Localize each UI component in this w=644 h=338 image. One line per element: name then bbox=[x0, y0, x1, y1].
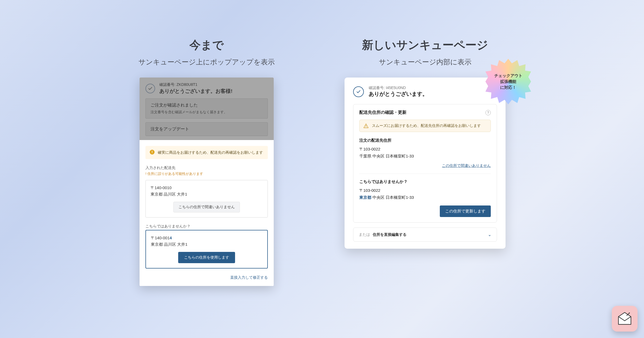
legacy-card-dimmed-area: 確認番号: ZKD80U8T1 ありがとうございます。お客様! ご注文が確認され… bbox=[140, 78, 274, 140]
badge-line-3: に対応！ bbox=[494, 84, 522, 90]
checkmark-icon bbox=[145, 84, 155, 93]
entered-address-warning: ! 住所に誤りがある可能性があります bbox=[145, 171, 268, 176]
checkout-extension-badge: チェックアウト 拡張機能 に対応！ bbox=[485, 59, 531, 104]
confirm-entered-address-button[interactable]: こちらの住所で間違いありません bbox=[173, 202, 240, 212]
thank-you-heading: ありがとうございます。お客様! bbox=[159, 88, 232, 95]
postal-diff-highlight: 4 bbox=[170, 236, 172, 240]
expander-lead: または bbox=[359, 232, 370, 237]
warning-icon: ! bbox=[150, 150, 155, 155]
update-to-this-address-button[interactable]: この住所で更新します bbox=[440, 205, 491, 217]
entered-address-label: 入力された配送先 bbox=[145, 166, 268, 170]
suggested-address: 東京都 中央区 日本橋室町1-33 bbox=[359, 194, 491, 201]
right-column-subtitle: サンキューページ内部に表示 bbox=[379, 57, 471, 67]
suggested-section-title: こちらではありませんか？ bbox=[359, 179, 491, 184]
right-column-title: 新しいサンキューページ bbox=[362, 38, 488, 53]
warning-triangle-icon bbox=[363, 123, 369, 128]
entered-postal: 〒140-0010 bbox=[151, 185, 263, 191]
confirmation-number: 確認番号: I45E5U0ND bbox=[369, 86, 428, 90]
warning-text: スムーズにお届けするため、配送先住所の再確認をお願いします bbox=[372, 123, 481, 128]
order-confirmed-sub: 注文番号を含む確認メールがまもなく届きます。 bbox=[151, 110, 263, 115]
panel-title: 配送先住所の確認・更新 bbox=[359, 110, 407, 115]
warning-banner: スムーズにお届けするため、配送先住所の再確認をお願いします bbox=[359, 120, 491, 132]
expander-label: 住所を直接編集する bbox=[373, 232, 407, 237]
new-thankyou-card: 確認番号: I45E5U0ND ありがとうございます。 配送先住所の確認・更新 … bbox=[345, 78, 506, 249]
thank-you-heading: ありがとうございます。 bbox=[369, 90, 428, 98]
app-logo bbox=[612, 306, 638, 332]
prefecture-diff-highlight: 東京都 bbox=[359, 195, 371, 200]
chevron-down-icon: ⌄ bbox=[488, 232, 491, 237]
confirmation-number: 確認番号: ZKD80U8T1 bbox=[159, 82, 232, 87]
order-postal: 〒103-0022 bbox=[359, 146, 491, 153]
left-column-subtitle: サンキューページ上にポップアップを表示 bbox=[138, 57, 275, 67]
use-suggested-address-button[interactable]: こちらの住所を使用します bbox=[178, 252, 235, 263]
suggested-postal: 〒103-0022 bbox=[359, 187, 491, 194]
order-update-title: 注文をアップデート bbox=[151, 126, 263, 132]
manual-edit-link[interactable]: 直接入力して修正する bbox=[230, 275, 268, 280]
divider bbox=[359, 174, 491, 174]
entered-address: 東京都 品川区 大井1 bbox=[151, 191, 263, 197]
order-address: 千葉県 中央区 日本橋室町1-33 bbox=[359, 153, 491, 160]
suggested-postal: 〒140-0014 bbox=[151, 235, 262, 241]
badge-line-2: 拡張機能 bbox=[494, 79, 522, 84]
order-confirmed-title: ご注文が確認されました bbox=[151, 102, 263, 108]
address-correct-link[interactable]: この住所で間違いありません bbox=[442, 163, 491, 168]
suggested-address-box: 〒140-0014 東京都 品川区 大井1 こちらの住所を使用します bbox=[145, 230, 268, 269]
suggested-address-label: こちらではありませんか？ bbox=[145, 224, 268, 229]
entered-address-box: 〒140-0010 東京都 品川区 大井1 こちらの住所で間違いありません bbox=[145, 180, 268, 218]
manual-edit-expander[interactable]: または 住所を直接編集する ⌄ bbox=[353, 227, 497, 242]
left-column-title: 今まで bbox=[189, 38, 224, 53]
checkmark-icon bbox=[353, 86, 364, 97]
order-address-section-title: 注文の配送先住所 bbox=[359, 138, 491, 143]
help-icon[interactable]: ? bbox=[485, 110, 491, 115]
suggested-address: 東京都 品川区 大井1 bbox=[151, 241, 262, 248]
warning-text: 確実に商品をお届けするため、配送先の再確認をお願いします bbox=[158, 150, 263, 155]
svg-point-0 bbox=[366, 127, 366, 127]
address-verify-panel: 配送先住所の確認・更新 ? スムーズにお届けするため、配送先住所の再確認をお願い… bbox=[353, 104, 497, 223]
badge-line-1: チェックアウト bbox=[494, 73, 522, 79]
legacy-thankyou-card: 確認番号: ZKD80U8T1 ありがとうございます。お客様! ご注文が確認され… bbox=[140, 78, 274, 286]
warning-banner: ! 確実に商品をお届けするため、配送先の再確認をお願いします bbox=[145, 146, 268, 159]
svg-point-1 bbox=[629, 313, 630, 314]
